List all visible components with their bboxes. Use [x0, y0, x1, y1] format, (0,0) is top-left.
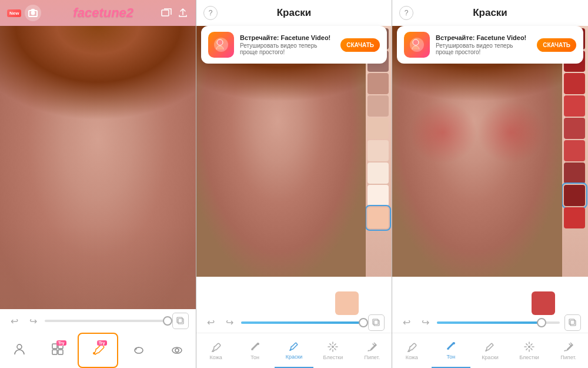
- help-button-2[interactable]: ?: [203, 6, 218, 20]
- patch-icon: [132, 344, 145, 357]
- top-bar-3: ? Краски: [392, 0, 588, 26]
- swatch-8[interactable]: [368, 185, 389, 206]
- swatch-7[interactable]: [368, 163, 389, 184]
- intensity-slider-2[interactable]: [241, 321, 363, 324]
- paints-icon-2: [288, 340, 300, 352]
- logo-text: facetune: [73, 5, 126, 20]
- swatch-r4[interactable]: [564, 95, 585, 117]
- promo-download-button-3[interactable]: СКАЧАТЬ: [537, 38, 576, 52]
- tab-glitter-label-2: Блестки: [323, 354, 343, 360]
- tab-pipet-2[interactable]: Пипет.: [353, 333, 392, 368]
- panel-title-2: Краски: [277, 7, 312, 19]
- facetune-video-icon: [213, 37, 229, 53]
- color-preview-3: [532, 291, 555, 315]
- svg-rect-6: [52, 350, 57, 354]
- svg-rect-14: [374, 320, 379, 326]
- paints-icon-3: [484, 341, 496, 353]
- tab-tone-3[interactable]: Тон: [432, 333, 471, 368]
- copy-button-2[interactable]: [368, 314, 385, 331]
- tab-skin-3[interactable]: Кожа: [392, 333, 432, 368]
- tool-patch[interactable]: [119, 333, 158, 368]
- swatch-r3[interactable]: [564, 73, 585, 94]
- camera-button[interactable]: [25, 5, 41, 21]
- svg-rect-20: [570, 320, 576, 326]
- app-logo: facetune2: [46, 5, 161, 21]
- swatch-r9[interactable]: [564, 207, 585, 228]
- intensity-slider-3[interactable]: [437, 321, 560, 324]
- promo-download-button-2[interactable]: СКАЧАТЬ: [340, 38, 380, 52]
- undo-button[interactable]: ↩: [7, 314, 21, 328]
- tool-brush[interactable]: Try: [78, 333, 118, 368]
- copy-icon: [176, 317, 185, 325]
- tool-row-1: Try Try: [0, 333, 196, 368]
- skin-icon-2: [210, 341, 222, 353]
- tone-icon-2: [249, 341, 261, 353]
- panel-1: New facetune2 ↩ ↪: [0, 0, 196, 368]
- svg-point-8: [93, 352, 95, 354]
- swatch-r8-selected[interactable]: [564, 185, 585, 206]
- try-badge-brush: Try: [97, 340, 107, 346]
- tool-person[interactable]: [0, 333, 38, 368]
- brush-icon-wrap: Try: [92, 343, 105, 358]
- swatch-4[interactable]: [368, 95, 389, 117]
- svg-point-23: [528, 346, 530, 348]
- undo-button-3[interactable]: ↩: [399, 316, 413, 330]
- swatch-r5[interactable]: [564, 118, 585, 139]
- person-icon-wrap: [13, 343, 26, 358]
- tab-glitter-2[interactable]: Блестки: [313, 333, 352, 368]
- share-icon[interactable]: [177, 7, 189, 19]
- retouch-icon: [171, 344, 183, 357]
- adjustment-slider-1[interactable]: [45, 320, 168, 322]
- tab-tone-2[interactable]: Тон: [235, 333, 274, 368]
- svg-point-11: [175, 349, 179, 352]
- svg-rect-21: [569, 319, 574, 324]
- promo-banner-3: Встречайте: Facetune Video! Ретушировать…: [397, 26, 583, 64]
- tab-paints-3[interactable]: Краски: [470, 333, 510, 368]
- tool-retouch[interactable]: [158, 333, 196, 368]
- copy-button-1[interactable]: [172, 313, 189, 329]
- svg-point-19: [413, 39, 419, 45]
- tab-paints-label-3: Краски: [482, 354, 499, 360]
- swatch-r7[interactable]: [564, 163, 585, 184]
- svg-rect-1: [178, 319, 183, 324]
- copy-button-3[interactable]: [564, 314, 581, 331]
- panel-2: ? Краски Встречайте: Facetune Video! Рет…: [196, 0, 392, 368]
- slider-row-1: ↩ ↪: [0, 309, 196, 333]
- bottom-section-2: ↩ ↪ Кожа: [196, 277, 392, 368]
- swatch-3[interactable]: [368, 73, 389, 94]
- pipet-icon-2: [366, 341, 378, 353]
- facetune-video-icon-3: [409, 37, 425, 53]
- panel-title-3: Краски: [473, 7, 507, 19]
- camera-icon: [28, 9, 38, 17]
- person-icon: [13, 343, 26, 356]
- tab-skin-label-2: Кожа: [210, 354, 222, 360]
- bottom-toolbar-1: ↩ ↪: [0, 309, 196, 368]
- svg-rect-0: [162, 10, 169, 16]
- tab-skin-2[interactable]: Кожа: [196, 333, 235, 368]
- tool-grid[interactable]: Try: [38, 333, 76, 368]
- promo-text-2: Встречайте: Facetune Video! Ретушировать…: [240, 34, 335, 55]
- tab-paints-label-2: Краски: [286, 354, 303, 360]
- swatch-5[interactable]: [368, 118, 389, 139]
- promo-subtitle-2: Ретушировать видео теперь проще простого…: [240, 42, 335, 55]
- tool-tabs-3: Кожа Тон Краски Блестки: [392, 333, 588, 368]
- swatch-6[interactable]: [368, 140, 389, 161]
- pipet-icon-3: [563, 341, 574, 353]
- tab-tone-label-3: Тон: [447, 354, 456, 360]
- glitter-icon-3: [523, 341, 535, 353]
- copy-icon-2: [372, 319, 380, 327]
- gallery-icon[interactable]: [161, 7, 172, 19]
- help-button-3[interactable]: ?: [399, 6, 413, 20]
- tab-pipet-3[interactable]: Пипет.: [549, 333, 588, 368]
- top-bar-2: ? Краски: [196, 0, 392, 26]
- redo-button-2[interactable]: ↪: [222, 316, 236, 330]
- tab-glitter-3[interactable]: Блестки: [510, 333, 549, 368]
- redo-button[interactable]: ↪: [26, 314, 40, 328]
- undo-button-2[interactable]: ↩: [203, 316, 218, 330]
- swatch-9-selected[interactable]: [368, 207, 389, 228]
- swatch-r6[interactable]: [564, 140, 585, 161]
- grid-icon-wrap: Try: [51, 343, 64, 358]
- top-bar-1: New facetune2: [0, 0, 196, 26]
- tab-paints-2[interactable]: Краски: [275, 333, 313, 368]
- redo-button-3[interactable]: ↪: [418, 316, 432, 330]
